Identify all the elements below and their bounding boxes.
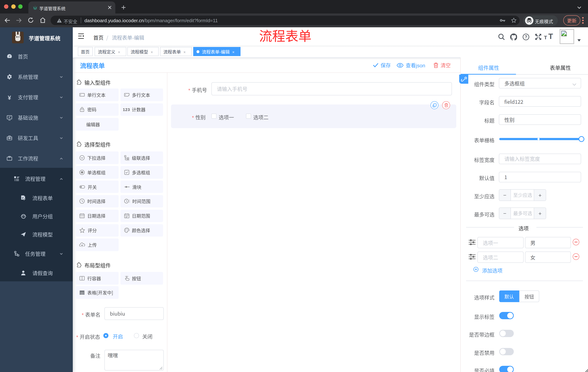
- svg-text:?: ?: [525, 35, 527, 39]
